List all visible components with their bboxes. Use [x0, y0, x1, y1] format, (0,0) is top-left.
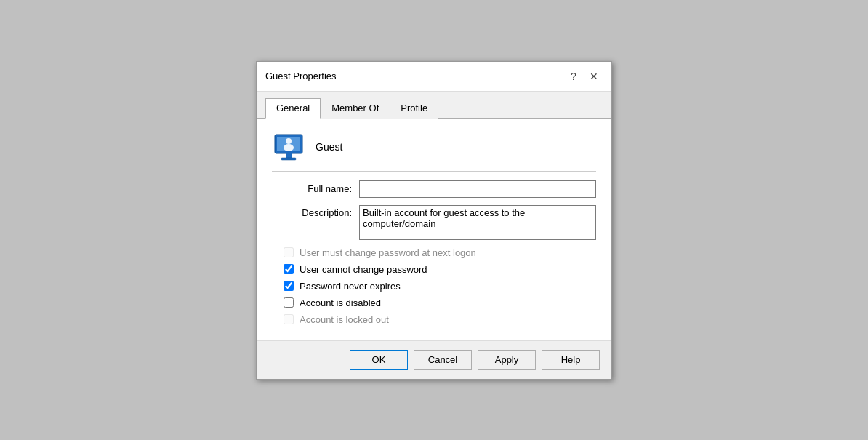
checkbox-never-expires-row: Password never expires — [284, 281, 596, 292]
close-button[interactable]: ✕ — [585, 68, 603, 85]
ok-button[interactable]: OK — [350, 350, 408, 370]
checkbox-cannot-change-label: User cannot change password — [300, 264, 427, 275]
help-dialog-button[interactable]: Help — [542, 350, 600, 370]
checkbox-account-disabled-row: Account is disabled — [284, 297, 596, 308]
checkbox-account-disabled[interactable] — [284, 297, 294, 308]
checkbox-account-disabled-label: Account is disabled — [300, 297, 381, 308]
checkbox-account-locked[interactable] — [284, 314, 294, 324]
fullname-group: Full name: — [272, 180, 596, 198]
checkbox-must-change[interactable] — [284, 247, 294, 257]
title-bar-controls: ? ✕ — [565, 68, 603, 85]
checkbox-account-locked-row: Account is locked out — [284, 314, 596, 325]
description-input[interactable]: Built-in account for guest access to the… — [359, 205, 596, 240]
checkbox-must-change-row: User must change password at next logon — [284, 247, 596, 258]
checkbox-never-expires-label: Password never expires — [300, 281, 401, 292]
svg-point-5 — [284, 144, 294, 151]
username-label: Guest — [316, 141, 342, 153]
user-info: Guest — [272, 130, 596, 172]
tab-bar: General Member Of Profile — [257, 92, 611, 119]
checkbox-account-locked-label: Account is locked out — [300, 314, 389, 325]
fullname-input[interactable] — [359, 180, 596, 198]
user-avatar — [272, 130, 305, 164]
fullname-label: Full name: — [272, 183, 359, 194]
description-group: Description: Built-in account for guest … — [272, 205, 596, 240]
title-bar-left: Guest Properties — [265, 71, 337, 81]
content-panel: Guest Full name: Description: Built-in a… — [257, 119, 611, 340]
svg-rect-3 — [281, 158, 296, 160]
checkbox-cannot-change[interactable] — [284, 264, 294, 274]
svg-point-4 — [286, 138, 292, 144]
checkboxes-panel: User must change password at next logon … — [284, 247, 596, 325]
tab-member-of[interactable]: Member Of — [321, 98, 390, 119]
description-label: Description: — [272, 205, 359, 218]
dialog-title: Guest Properties — [265, 71, 337, 81]
apply-button[interactable]: Apply — [478, 350, 536, 370]
tab-profile[interactable]: Profile — [390, 98, 438, 119]
help-button[interactable]: ? — [565, 68, 582, 85]
svg-rect-2 — [286, 153, 292, 158]
checkbox-never-expires[interactable] — [284, 281, 294, 291]
checkbox-must-change-label: User must change password at next logon — [300, 247, 476, 258]
checkbox-cannot-change-row: User cannot change password — [284, 264, 596, 275]
title-bar: Guest Properties ? ✕ — [257, 62, 611, 92]
button-bar: OK Cancel Apply Help — [257, 340, 611, 379]
tab-general[interactable]: General — [265, 98, 321, 119]
cancel-button[interactable]: Cancel — [414, 350, 472, 370]
guest-properties-dialog: Guest Properties ? ✕ General Member Of P… — [256, 61, 612, 380]
